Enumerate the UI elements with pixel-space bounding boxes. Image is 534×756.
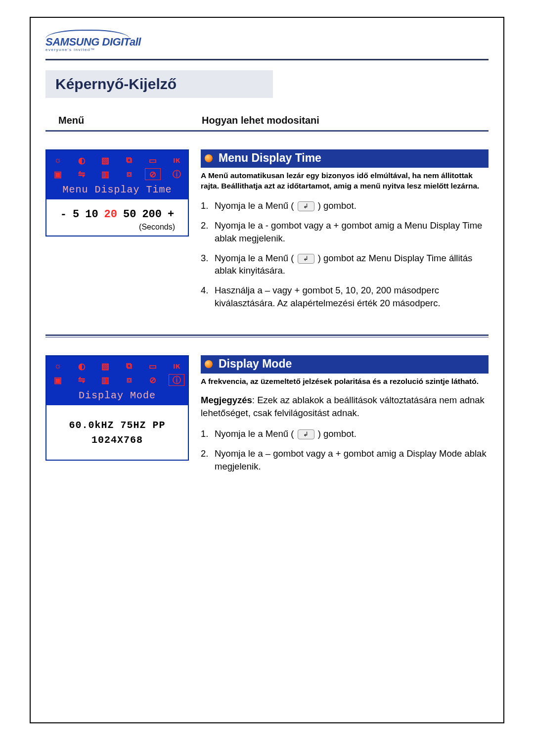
osd-resolution: 1024X768 xyxy=(50,433,184,448)
step-1: 1. Nyomja le a Menű ( ↲ ) gombot. xyxy=(201,427,489,440)
moire-icon: ▥ xyxy=(98,375,113,385)
color-icon: ıĸ xyxy=(169,361,184,372)
content-1: Menu Display Time A Menű automatikusan l… xyxy=(201,149,489,317)
page-title: Képernyő-Kijelző xyxy=(55,76,177,93)
osd-value-row: - 5 10 20 50 200 + xyxy=(50,208,184,221)
title-bar: Képernyő-Kijelző xyxy=(45,70,489,98)
step-2: 2. Nyomja le a - gombot vagy a + gombot … xyxy=(201,219,489,245)
pincushion-icon: ▣ xyxy=(50,375,65,385)
section1-header-text: Menu Display Time xyxy=(219,151,321,165)
osd-val-5: 5 xyxy=(73,208,79,221)
title-left: Képernyő-Kijelző xyxy=(45,70,273,98)
step-3: 3. Nyomja le a Menű ( ↲ ) gombot az Menu… xyxy=(201,252,489,278)
osd-title-2: Display Mode xyxy=(46,389,188,405)
menu-button-icon: ↲ xyxy=(298,429,314,439)
timer-icon: ⊘ xyxy=(145,169,160,180)
logo: SAMSUNG DIGITall everyone's invited™ xyxy=(45,30,489,52)
size-icon: ⧉ xyxy=(122,155,136,166)
contrast-icon: ◐ xyxy=(74,361,89,372)
logo-brand: SAMSUNG DIGITall xyxy=(45,36,489,48)
col-header-menu: Menű xyxy=(45,115,194,126)
color-icon: ıĸ xyxy=(169,155,184,166)
osd-val-20: 20 xyxy=(104,208,117,221)
brightness-icon: ☼ xyxy=(50,155,65,166)
note-label: Megjegyzés xyxy=(201,395,252,405)
info-icon: ⓘ xyxy=(169,375,184,385)
page-frame: SAMSUNG DIGITall everyone's invited™ Kép… xyxy=(30,17,504,723)
content-2: Display Mode A frekvencia, az üzemeltető… xyxy=(201,355,489,479)
osd-unit: (Seconds) xyxy=(50,223,184,232)
bullet-icon xyxy=(205,154,213,162)
geometry-icon: ▧ xyxy=(98,361,113,372)
info-icon: ⓘ xyxy=(169,169,184,180)
osd-screenshot-1: ☼ ◐ ▧ ⧉ ▭ ıĸ ▣ ⇋ ▥ ⧈ ⊘ ⓘ xyxy=(45,149,189,236)
osd-plus: + xyxy=(168,208,174,221)
brightness-icon: ☼ xyxy=(50,361,65,372)
contrast-icon: ◐ xyxy=(74,155,89,166)
geometry-icon: ▧ xyxy=(98,155,113,166)
section2-desc: A frekvencia, az üzemeltető jelzések pol… xyxy=(201,377,489,387)
timer-icon: ⊘ xyxy=(145,375,160,385)
section-menu-display-time: ☼ ◐ ▧ ⧉ ▭ ıĸ ▣ ⇋ ▥ ⧈ ⊘ ⓘ xyxy=(45,149,489,317)
position-icon: ▭ xyxy=(145,155,160,166)
osd-title-1: Menu Display Time xyxy=(46,183,188,199)
header-rule xyxy=(45,59,489,60)
section-separator xyxy=(45,334,489,337)
step-2: 2. Nyomja le a – gombot vagy a + gombot … xyxy=(201,447,489,473)
section1-steps: 1. Nyomja le a Menű ( ↲ ) gombot. 2. Nyo… xyxy=(201,199,489,310)
osd-val-200: 200 xyxy=(142,208,162,221)
section2-header: Display Mode xyxy=(201,355,489,374)
section1-desc: A Menű automatikusan lezár egy bizonyos … xyxy=(201,171,489,191)
tilt-icon: ⇋ xyxy=(74,169,89,180)
section1-header: Menu Display Time xyxy=(201,149,489,168)
osd-val-50: 50 xyxy=(123,208,136,221)
recall-icon: ⧈ xyxy=(122,375,136,385)
section-display-mode: ☼ ◐ ▧ ⧉ ▭ ıĸ ▣ ⇋ ▥ ⧈ ⊘ ⓘ xyxy=(45,355,489,479)
moire-icon: ▥ xyxy=(98,169,113,180)
pincushion-icon: ▣ xyxy=(50,169,65,180)
column-headers: Menű Hogyan lehet modositani xyxy=(45,115,489,126)
col-header-rule xyxy=(45,130,489,132)
osd-readout: 60.0kHZ 75HZ PP 1024X768 xyxy=(50,414,184,456)
osd-val-10: 10 xyxy=(85,208,98,221)
step-4: 4. Használja a – vagy + gombot 5, 10, 20… xyxy=(201,284,489,310)
position-icon: ▭ xyxy=(145,361,160,372)
section2-steps: 1. Nyomja le a Menű ( ↲ ) gombot. 2. Nyo… xyxy=(201,427,489,473)
menu-button-icon: ↲ xyxy=(298,201,314,211)
bullet-icon xyxy=(205,360,213,368)
osd-screenshot-2: ☼ ◐ ▧ ⧉ ▭ ıĸ ▣ ⇋ ▥ ⧈ ⊘ ⓘ xyxy=(45,355,189,461)
menu-button-icon: ↲ xyxy=(298,254,314,264)
col-header-howto: Hogyan lehet modositani xyxy=(194,115,489,126)
osd-minus: - xyxy=(60,208,67,221)
section2-header-text: Display Mode xyxy=(219,357,292,371)
section2-note: Megjegyzés: Ezek az ablakok a beállitáso… xyxy=(201,394,489,420)
size-icon: ⧉ xyxy=(122,361,136,372)
recall-icon: ⧈ xyxy=(122,169,136,180)
step-1: 1. Nyomja le a Menű ( ↲ ) gombot. xyxy=(201,199,489,212)
osd-frequency: 60.0kHZ 75HZ PP xyxy=(50,418,184,433)
tilt-icon: ⇋ xyxy=(74,375,89,385)
